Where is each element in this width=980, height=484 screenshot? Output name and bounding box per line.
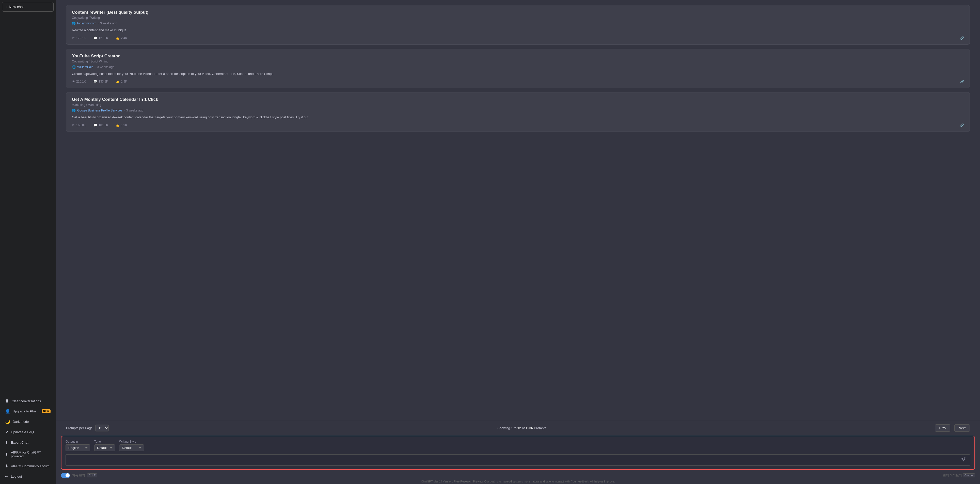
sidebar-item-updates-faq[interactable]: ↗ Updates & FAQ	[2, 427, 54, 437]
auto-translate-toggle[interactable]	[61, 473, 70, 478]
prompt-title-0: Content rewriter (Best quality output)	[72, 10, 964, 15]
prompts-per-page: Prompts per Page 12 24 48	[66, 425, 109, 432]
sidebar-item-label: Export Chat	[11, 441, 29, 444]
comments-stat-1: 💬 133.9K	[94, 80, 108, 83]
prompt-text-input[interactable]	[69, 458, 958, 462]
moon-icon: 🌙	[5, 419, 10, 424]
output-language-select[interactable]: English Korean Japanese	[65, 444, 90, 451]
writing-style-label: Writing Style	[119, 440, 144, 443]
showing-suffix: Prompts	[534, 426, 546, 430]
prompt-card-1: YouTube Script Creator Copywriting / Scr…	[66, 49, 970, 88]
sidebar-item-dark-mode[interactable]: 🌙 Dark mode	[2, 417, 54, 427]
sidebar-item-label: AIPRM Community Forum	[11, 464, 49, 468]
prompt-meta-time-2: 3 weeks ago	[126, 109, 143, 112]
prompt-desc-0: Rewrite a content and make it unique.	[72, 28, 964, 33]
globe-icon-2: 🌐	[72, 109, 76, 112]
comments-value-2: 101.8K	[99, 124, 108, 127]
new-badge: NEW	[42, 409, 51, 413]
comments-stat-2: 💬 101.8K	[94, 124, 108, 127]
showing-to: 12	[517, 426, 521, 430]
prompt-meta-link-0[interactable]: todayonit.com	[77, 22, 96, 25]
aiprm-icon: ⬇	[5, 452, 8, 457]
prompt-category-1: Copywriting / Script Writing	[72, 60, 964, 63]
prompt-title-1: YouTube Script Creator	[72, 54, 964, 59]
sidebar-item-label: Clear conversations	[12, 399, 41, 403]
prompt-desc-2: Get a beautifully organized 4-week conte…	[72, 115, 964, 120]
likes-stat-2: 👍 1.9K	[116, 124, 127, 127]
send-button[interactable]	[959, 457, 967, 463]
sidebar-item-label: Updates & FAQ	[11, 430, 34, 434]
share-icon-1[interactable]: 🔗	[960, 80, 964, 83]
footer-bar: ChatGPT Mar 14 Version. Free Research Pr…	[56, 479, 980, 484]
sidebar-item-upgrade-to-plus[interactable]: 👤 Upgrade to Plus NEW	[2, 406, 54, 416]
new-chat-button[interactable]: + New chat	[2, 2, 54, 12]
sidebar-item-label: Log out	[11, 474, 22, 478]
like-icon-0: 👍	[116, 36, 119, 40]
sidebar-item-log-out[interactable]: ↩ Log out	[2, 471, 54, 481]
input-panel: Output in English Korean Japanese Tone D…	[61, 436, 975, 470]
sidebar-item-label: Upgrade to Plus	[13, 409, 36, 413]
auto-translate-label: 자동 번역	[72, 473, 85, 478]
prompt-meta-dot-2: ·	[124, 109, 124, 112]
prompt-meta-2: 🌐 Google Business Profile Services · 3 w…	[72, 109, 964, 112]
tone-select[interactable]: Default Formal Casual	[94, 444, 115, 451]
prompt-meta-link-1[interactable]: WilliamCole	[77, 65, 93, 69]
tone-label: Tone	[94, 440, 115, 443]
auto-translate-group: 자동 번역 Ctrl T	[61, 473, 97, 478]
eye-icon-1: 👁	[72, 80, 75, 83]
prompt-stats-1: 👁 215.1K 💬 133.9K 👍 1.9K 🔗	[72, 80, 964, 83]
prompt-meta-dot-0: ·	[98, 22, 99, 25]
main-content: Content rewriter (Best quality output) C…	[56, 0, 980, 484]
preview-shortcut: Cmd ↵	[963, 473, 975, 478]
likes-value-2: 1.9K	[121, 124, 127, 127]
showing-total: 1936	[525, 426, 533, 430]
sidebar-item-aiprm-community[interactable]: ⬇ AIPRM Community Forum	[2, 461, 54, 471]
likes-value-1: 1.9K	[121, 80, 127, 83]
prompt-meta-time-0: 3 weeks ago	[100, 22, 117, 25]
logout-icon: ↩	[5, 474, 8, 479]
likes-stat-1: 👍 1.9K	[116, 80, 127, 83]
eye-icon-2: 👁	[72, 124, 75, 127]
prompt-meta-link-2[interactable]: Google Business Profile Services	[77, 109, 122, 112]
showing-from: 1	[511, 426, 512, 430]
preview-group: 번역 미리보기 Cmd ↵	[943, 473, 975, 478]
next-button[interactable]: Next	[955, 424, 970, 432]
comment-icon-0: 💬	[94, 36, 97, 40]
prompt-meta-dot-1: ·	[95, 65, 95, 69]
prompt-card-2: Get A Monthly Content Calendar In 1 Clic…	[66, 92, 970, 132]
output-language-group: Output in English Korean Japanese	[65, 440, 90, 451]
views-stat-1: 👁 215.1K	[72, 80, 86, 83]
comments-value-1: 133.9K	[99, 80, 108, 83]
prompt-category-2: Marketing / Marketing	[72, 103, 964, 107]
input-controls: Output in English Korean Japanese Tone D…	[65, 440, 970, 451]
comment-icon-2: 💬	[94, 124, 97, 127]
writing-style-select[interactable]: Default Academic Creative	[119, 444, 144, 451]
bottom-bar: 자동 번역 Ctrl T 번역 미리보기 Cmd ↵	[56, 472, 980, 479]
globe-icon-0: 🌐	[72, 22, 76, 25]
external-link-icon: ↗	[5, 430, 8, 435]
trash-icon: 🗑	[5, 399, 9, 403]
comments-value-0: 121.8K	[99, 36, 108, 40]
prompts-per-page-label: Prompts per Page	[66, 426, 93, 430]
share-icon-2[interactable]: 🔗	[960, 124, 964, 127]
views-stat-2: 👁 165.0K	[72, 124, 86, 127]
sidebar-item-aiprm-chatgpt[interactable]: ⬇ AIPRM for ChatGPT powered	[2, 448, 54, 461]
prev-button[interactable]: Prev	[935, 424, 951, 432]
views-stat-0: 👁 172.1K	[72, 36, 86, 40]
share-icon-0[interactable]: 🔗	[960, 36, 964, 40]
sidebar-item-label: AIPRM for ChatGPT powered	[11, 451, 51, 458]
sidebar-item-export-chat[interactable]: ⬇ Export Chat	[2, 438, 54, 448]
sidebar-item-clear-conversations[interactable]: 🗑 Clear conversations	[2, 396, 54, 406]
globe-icon-1: 🌐	[72, 65, 76, 69]
send-icon	[961, 457, 966, 462]
footer-text: ChatGPT Mar 14 Version. Free Research Pr…	[421, 480, 615, 483]
comments-stat-0: 💬 121.8K	[94, 36, 108, 40]
community-icon: ⬇	[5, 464, 8, 468]
comment-icon-1: 💬	[94, 80, 97, 83]
output-label: Output in	[65, 440, 90, 443]
per-page-select[interactable]: 12 24 48	[95, 425, 109, 432]
text-input-row	[65, 454, 970, 466]
showing-text: Showing 1 to 12 of 1936 Prompts	[113, 426, 931, 430]
preview-label: 번역 미리보기	[943, 474, 962, 477]
pagination-bar: Prompts per Page 12 24 48 Showing 1 to 1…	[56, 420, 980, 436]
